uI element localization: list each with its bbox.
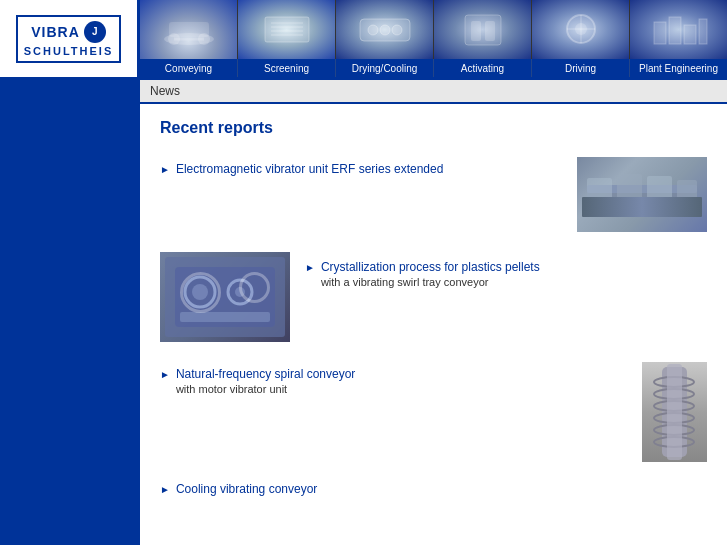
driving-thumb-icon: [551, 7, 611, 52]
news-item-2-left: ► Crystallization process for plastics p…: [305, 252, 707, 288]
svg-point-12: [380, 25, 390, 35]
news-subtitle-3: with motor vibrator unit: [176, 383, 627, 395]
nav-label-conveying[interactable]: Conveying: [140, 59, 238, 77]
nav-label-activating[interactable]: Activating: [434, 59, 532, 77]
news-image-1: [577, 157, 707, 232]
svg-point-11: [368, 25, 378, 35]
nav-thumb-plant[interactable]: [630, 0, 727, 59]
nav-thumb-activating[interactable]: [434, 0, 532, 59]
news-subtitle-2: with a vibrating swirl tray conveyor: [321, 276, 707, 288]
svg-rect-32: [677, 180, 697, 208]
plant-thumb-icon: [649, 7, 709, 52]
svg-rect-29: [587, 178, 612, 208]
nav-images: Conveying Screening Drying/Cooling Activ…: [140, 0, 727, 77]
svg-rect-31: [647, 176, 672, 208]
svg-rect-22: [669, 17, 681, 44]
nav-label-plant[interactable]: Plant Engineering: [630, 59, 727, 77]
drying-thumb-icon: [355, 7, 415, 52]
activating-thumb-icon: [453, 7, 513, 52]
arrow-icon-1: ►: [160, 164, 170, 175]
news-image-3: [642, 362, 707, 462]
svg-rect-47: [667, 364, 682, 460]
svg-point-36: [192, 284, 208, 300]
svg-rect-24: [699, 19, 707, 44]
nav-thumbnails: [140, 0, 727, 59]
news-item-1-text: Electromagnetic vibrator unit ERF series…: [176, 162, 562, 176]
arrow-icon-3: ►: [160, 369, 170, 380]
arrow-icon-2: ►: [305, 262, 315, 273]
news-item-4-text: Cooling vibrating conveyor: [176, 482, 707, 496]
screening-thumb-icon: [257, 7, 317, 52]
nav-thumb-conveying[interactable]: [140, 0, 238, 59]
nav-label-drying[interactable]: Drying/Cooling: [336, 59, 434, 77]
news-item-1: ► Electromagnetic vibrator unit ERF seri…: [160, 157, 707, 232]
logo-top: VIBRA J: [31, 21, 106, 43]
logo-area: VIBRA J SCHULTHEIS: [0, 0, 140, 77]
nav-thumb-drying[interactable]: [336, 0, 434, 59]
logo-circle: J: [84, 21, 106, 43]
news-item-3-left: ► Natural-frequency spiral conveyor with…: [160, 362, 627, 395]
news-link-2[interactable]: Crystallization process for plastics pel…: [321, 260, 540, 274]
conveying-thumb-icon: [159, 7, 219, 52]
news-image-1-svg: [582, 160, 702, 230]
svg-point-27: [589, 197, 605, 213]
top-bar: VIBRA J SCHULTHEIS: [0, 0, 727, 80]
logo-vibra-text: VIBRA: [31, 24, 80, 40]
news-link-3[interactable]: Natural-frequency spiral conveyor: [176, 367, 355, 381]
logo-box: VIBRA J SCHULTHEIS: [16, 15, 121, 63]
svg-rect-39: [180, 312, 270, 322]
main-layout: News Recent reports ► Electromagnetic vi…: [0, 80, 727, 545]
svg-point-38: [235, 287, 245, 297]
svg-rect-21: [654, 22, 666, 44]
nav-thumb-screening[interactable]: [238, 0, 336, 59]
news-header: News: [140, 80, 727, 104]
nav-label-screening[interactable]: Screening: [238, 59, 336, 77]
news-link-4[interactable]: Cooling vibrating conveyor: [176, 482, 317, 496]
svg-rect-23: [684, 25, 696, 44]
content-inner: Recent reports ► Electromagnetic vibrato…: [140, 114, 727, 536]
news-image-2-svg: [160, 252, 290, 342]
svg-point-35: [185, 277, 215, 307]
news-item-4: ► Cooling vibrating conveyor: [160, 482, 707, 496]
news-item-3-text: Natural-frequency spiral conveyor with m…: [176, 367, 627, 395]
nav-thumb-driving[interactable]: [532, 0, 630, 59]
svg-rect-14: [465, 15, 501, 45]
news-image-2: [160, 252, 290, 342]
svg-rect-16: [485, 21, 495, 41]
arrow-icon-4: ►: [160, 484, 170, 495]
logo-schultheis-text: SCHULTHEIS: [24, 45, 113, 57]
news-item-2: ► Crystallization process for plastics p…: [160, 252, 707, 342]
svg-rect-15: [471, 21, 481, 41]
content-area: News Recent reports ► Electromagnetic vi…: [140, 80, 727, 545]
left-sidebar: [0, 80, 140, 545]
news-item-1-left: ► Electromagnetic vibrator unit ERF seri…: [160, 157, 562, 176]
svg-rect-5: [265, 17, 309, 42]
svg-point-13: [392, 25, 402, 35]
nav-labels: Conveying Screening Drying/Cooling Activ…: [140, 59, 727, 77]
news-link-1[interactable]: Electromagnetic vibrator unit ERF series…: [176, 162, 443, 176]
svg-rect-30: [617, 174, 642, 208]
recent-reports-title: Recent reports: [160, 119, 707, 137]
news-item-3: ► Natural-frequency spiral conveyor with…: [160, 362, 707, 462]
news-image-3-svg: [642, 362, 707, 462]
svg-point-28: [679, 197, 695, 213]
news-item-2-text: Crystallization process for plastics pel…: [321, 260, 707, 288]
nav-label-driving[interactable]: Driving: [532, 59, 630, 77]
